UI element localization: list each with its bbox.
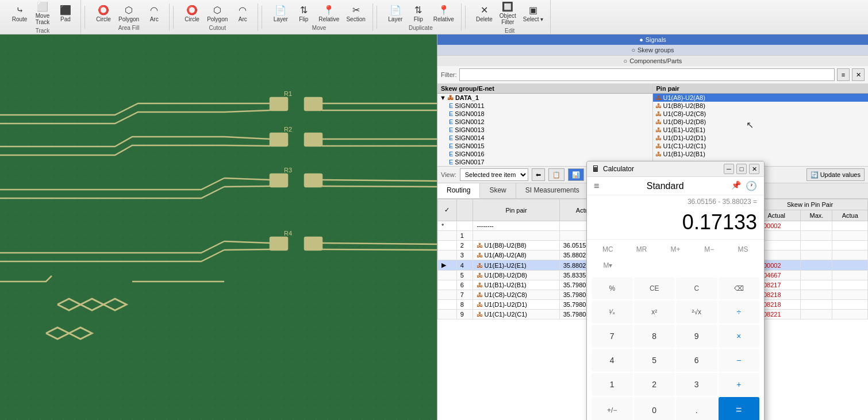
calc-maximize-button[interactable]: □	[736, 164, 747, 174]
arc-button[interactable]: ◠ Arc	[144, 3, 164, 24]
circle-button[interactable]: ⭕ Circle	[93, 3, 114, 24]
tree-item-sign0017-label: SIGN0017	[455, 159, 484, 165]
calc-sqrt-button[interactable]: ²√x	[676, 300, 717, 323]
flip-button[interactable]: ⇅ Flip	[293, 3, 314, 24]
calc-3-button[interactable]: 3	[676, 373, 717, 396]
calc-history-icon[interactable]: 🕐	[746, 180, 757, 191]
calc-subtract-button[interactable]: −	[719, 349, 760, 372]
tree-item-data1[interactable]: ▼ 🖧 DATA_1	[437, 94, 652, 102]
move-track-button[interactable]: ⬜ MoveTrack	[32, 0, 53, 26]
select-button[interactable]: ▣ Select ▾	[521, 3, 546, 24]
pair-item-e1[interactable]: 🖧 U1(E1)-U2(E1)	[653, 126, 869, 134]
tree-item-sign0015[interactable]: E SIGN0015	[437, 142, 652, 150]
calc-1-button[interactable]: 1	[592, 373, 633, 396]
calc-minimize-button[interactable]: ─	[724, 164, 734, 174]
calc-2-button[interactable]: 2	[634, 373, 675, 396]
relative-button[interactable]: 📍 Relative	[316, 3, 341, 24]
pair-icon-7: 🖧	[477, 291, 483, 298]
signals-label: Signals	[646, 36, 666, 43]
calc-backspace-button[interactable]: ⌫	[719, 278, 760, 299]
calc-5-button[interactable]: 5	[634, 349, 675, 372]
pair-item-d8[interactable]: 🖧 U1(D8)-U2(D8)	[653, 118, 869, 126]
cell-check-9	[438, 310, 457, 319]
cell-check-2	[438, 241, 457, 251]
calc-ce-button[interactable]: CE	[634, 278, 675, 299]
tree-item-sign0013[interactable]: E SIGN0013	[437, 126, 652, 134]
calc-4-button[interactable]: 4	[592, 349, 633, 372]
tree-item-sign0014[interactable]: E SIGN0014	[437, 134, 652, 142]
calc-close-button[interactable]: ✕	[749, 164, 759, 174]
pair-item-b8[interactable]: 🖧 U1(B8)-U2(B8)	[653, 102, 869, 110]
pair-item-c1[interactable]: 🖧 U1(C1)-U2(C1)	[653, 142, 869, 150]
calc-c-button[interactable]: C	[676, 278, 717, 299]
cell-skew-max-4	[801, 260, 832, 271]
pair-item-b1[interactable]: 🖧 U1(B1)-U2(B1)	[653, 150, 869, 158]
calc-8-button[interactable]: 8	[634, 325, 675, 348]
calc-ms-button[interactable]: MS	[727, 242, 759, 257]
calc-percent-button[interactable]: %	[592, 278, 633, 299]
calc-mc-button[interactable]: MC	[592, 242, 624, 257]
tab-skew[interactable]: Skew	[480, 183, 516, 198]
tab-si-measurements[interactable]: SI Measurements	[516, 183, 589, 198]
calc-reciprocal-button[interactable]: ¹∕ₓ	[592, 300, 633, 323]
view-chart-button[interactable]: 📊	[568, 168, 584, 181]
tree-item-sign0018-label: SIGN0018	[455, 110, 484, 117]
cutout-arc-button[interactable]: ◠ Arc	[232, 3, 253, 24]
flip-dup-button[interactable]: ⇅ Flip	[408, 3, 429, 24]
pair-label-d8: U1(D8)-U2(D8)	[663, 118, 706, 125]
pair-item-c8[interactable]: 🖧 U1(C8)-U2(C8)	[653, 110, 869, 118]
calc-divide-button[interactable]: ÷	[719, 300, 760, 323]
pair-item-a8[interactable]: 🖧 U1(A8)-U2(A8)	[653, 94, 869, 102]
calc-9-button[interactable]: 9	[676, 325, 717, 348]
cutout-circle-button[interactable]: ⭕ Circle	[182, 3, 202, 24]
calc-menu-icon[interactable]: ≡	[594, 181, 599, 191]
polygon-button[interactable]: ⬡ Polygon	[116, 3, 141, 24]
filter-clear-button[interactable]: ✕	[852, 68, 865, 81]
pair-label-d1: U1(D1)-U2(D1)	[663, 134, 706, 141]
pair-item-d1[interactable]: 🖧 U1(D1)-U2(D1)	[653, 134, 869, 142]
calc-mminus-button[interactable]: M−	[693, 242, 725, 257]
components-label: Components/Parts	[629, 57, 682, 64]
relative-dup-icon: 📍	[438, 5, 450, 16]
layer-dup-button[interactable]: 📄 Layer	[385, 3, 406, 24]
pcb-canvas[interactable]: 70	[0, 34, 437, 420]
filter-input[interactable]	[459, 68, 835, 81]
update-values-button[interactable]: 🔄 Update values	[806, 168, 865, 181]
cutout-polygon-button[interactable]: ⬡ Polygon	[205, 3, 230, 24]
object-filter-button[interactable]: 🔲 ObjectFilter	[497, 0, 519, 26]
tree-item-sign0011[interactable]: E SIGN0011	[437, 102, 652, 110]
tree-item-sign0016[interactable]: E SIGN0016	[437, 150, 652, 158]
calc-negate-button[interactable]: +/−	[592, 397, 633, 420]
calc-6-button[interactable]: 6	[676, 349, 717, 372]
signal-icon-0011: E	[449, 102, 453, 109]
tree-item-sign0012[interactable]: E SIGN0012	[437, 118, 652, 126]
calc-mr-button[interactable]: MR	[625, 242, 658, 257]
calc-0-button[interactable]: 0	[634, 397, 675, 420]
layer-move-button[interactable]: 📄 Layer	[270, 3, 291, 24]
cell-num-8: 8	[456, 300, 473, 310]
view-back-button[interactable]: ⬅	[532, 168, 545, 181]
pad-button[interactable]: ⬛ Pad	[55, 3, 76, 24]
tab-routing[interactable]: Routing	[437, 183, 480, 198]
calc-equals-button[interactable]: =	[719, 397, 760, 420]
view-copy-button[interactable]: 📋	[548, 168, 564, 181]
route-button[interactable]: ⤷ Route	[9, 3, 30, 24]
calc-mchevron-button[interactable]: M▾	[592, 258, 624, 273]
calc-pin-icon[interactable]: 📌	[731, 180, 741, 191]
calc-multiply-button[interactable]: ×	[719, 325, 760, 348]
relative-dup-button[interactable]: 📍 Relative	[431, 3, 456, 24]
calc-7-button[interactable]: 7	[592, 325, 633, 348]
filter-options-button[interactable]: ≡	[837, 68, 850, 81]
tree-expand-icon: ▼	[440, 94, 446, 101]
skew-groups-header: ○ Skew groups	[437, 45, 868, 55]
pair-icon-6: 🖧	[477, 282, 483, 288]
calc-decimal-button[interactable]: .	[676, 397, 717, 420]
calc-square-button[interactable]: x²	[634, 300, 675, 323]
calc-mplus-button[interactable]: M+	[659, 242, 692, 257]
pair-label-e1: U1(E1)-U2(E1)	[663, 126, 705, 133]
calc-add-button[interactable]: +	[719, 373, 760, 396]
section-button[interactable]: ✂ Section	[344, 3, 367, 24]
view-select[interactable]: Selected tree item	[460, 168, 528, 181]
delete-button[interactable]: ✕ Delete	[474, 3, 495, 24]
tree-item-sign0018[interactable]: E SIGN0018	[437, 110, 652, 118]
